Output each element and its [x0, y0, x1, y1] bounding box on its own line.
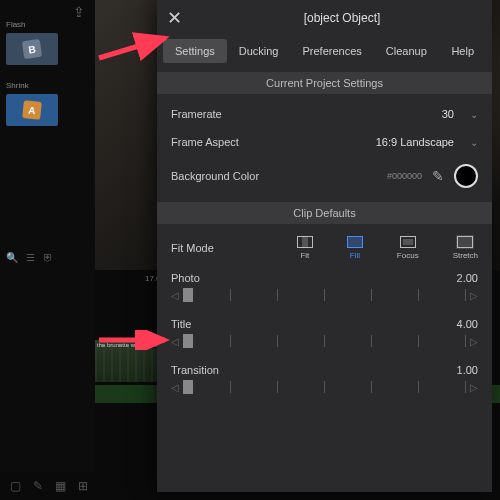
title-duration: Title4.00 ◁ ▷: [157, 312, 492, 358]
bgcolor-label: Background Color: [171, 170, 259, 182]
fitmode-label: Fit Mode: [171, 242, 214, 254]
timeline-toolbar: 🔍 ☰ ⛨: [0, 244, 95, 270]
close-icon[interactable]: ✕: [167, 7, 182, 29]
tab-settings[interactable]: Settings: [163, 39, 227, 63]
slider-decrease-icon[interactable]: ◁: [171, 290, 179, 301]
tool-icon[interactable]: ▦: [55, 479, 66, 493]
slider-increase-icon[interactable]: ▷: [470, 382, 478, 393]
tab-ducking[interactable]: Ducking: [227, 39, 291, 63]
section-header: Current Project Settings: [157, 72, 492, 94]
photo-duration: Photo2.00 ◁ ▷: [157, 266, 492, 312]
title-label: Title: [171, 318, 191, 330]
slider-increase-icon[interactable]: ▷: [470, 336, 478, 347]
chevron-down-icon: ⌄: [470, 109, 478, 120]
photo-value: 2.00: [457, 272, 478, 284]
transition-value: 1.00: [457, 364, 478, 376]
transition-thumb-flash[interactable]: B: [6, 33, 58, 65]
framerate-row[interactable]: Framerate 30 ⌄: [157, 100, 492, 128]
framerate-label: Framerate: [171, 108, 222, 120]
modal-title: [object Object]: [202, 11, 482, 25]
title-value: 4.00: [457, 318, 478, 330]
transition-thumb-shrink[interactable]: A: [6, 94, 58, 126]
shield-icon[interactable]: ⛨: [43, 252, 53, 263]
fitmode-stretch[interactable]: Stretch: [453, 236, 478, 260]
aspect-value: 16:9 Landscape: [376, 136, 454, 148]
tab-preferences[interactable]: Preferences: [291, 39, 374, 63]
tool-icon[interactable]: ⊞: [78, 479, 88, 493]
clip-label: the brunette w: [97, 342, 135, 348]
tab-cleanup[interactable]: Cleanup: [374, 39, 439, 63]
fitmode-fill[interactable]: Fill: [347, 236, 363, 260]
fitmode-fit[interactable]: Fit: [297, 236, 313, 260]
bgcolor-row: Background Color #000000 ✎: [157, 156, 492, 196]
slider-increase-icon[interactable]: ▷: [470, 290, 478, 301]
section-header: Clip Defaults: [157, 202, 492, 224]
framerate-value: 30: [442, 108, 454, 120]
bgcolor-hex: #000000: [387, 171, 422, 181]
fitmode-row: Fit Mode Fit Fill Focus Stretch: [157, 230, 492, 266]
modal-header: ✕ [object Object]: [157, 0, 492, 36]
export-icon[interactable]: ⇪: [73, 4, 85, 20]
slider-decrease-icon[interactable]: ◁: [171, 382, 179, 393]
slider-decrease-icon[interactable]: ◁: [171, 336, 179, 347]
transition-duration: Transition1.00 ◁ ▷: [157, 358, 492, 404]
search-icon[interactable]: 🔍: [6, 252, 18, 263]
clip[interactable]: the brunette w 8.96: [95, 340, 165, 382]
photo-label: Photo: [171, 272, 200, 284]
tool-icon[interactable]: ▢: [10, 479, 21, 493]
fitmode-focus[interactable]: Focus: [397, 236, 419, 260]
title-slider[interactable]: ◁ ▷: [171, 334, 478, 348]
filter-icon[interactable]: ☰: [26, 252, 35, 263]
tab-bar: Settings Ducking Preferences Cleanup Hel…: [157, 36, 492, 66]
eyedropper-icon[interactable]: ✎: [432, 168, 444, 184]
chevron-down-icon: ⌄: [470, 137, 478, 148]
transition-label: Transition: [171, 364, 219, 376]
settings-modal: ✕ [object Object] Settings Ducking Prefe…: [157, 0, 492, 492]
tab-help[interactable]: Help: [439, 39, 486, 63]
color-swatch[interactable]: [454, 164, 478, 188]
aspect-label: Frame Aspect: [171, 136, 239, 148]
transition-slider[interactable]: ◁ ▷: [171, 380, 478, 394]
photo-slider[interactable]: ◁ ▷: [171, 288, 478, 302]
panel-label-flash: Flash: [6, 20, 89, 29]
panel-label-shrink: Shrink: [6, 81, 89, 90]
tool-icon[interactable]: ✎: [33, 479, 43, 493]
aspect-row[interactable]: Frame Aspect 16:9 Landscape ⌄: [157, 128, 492, 156]
